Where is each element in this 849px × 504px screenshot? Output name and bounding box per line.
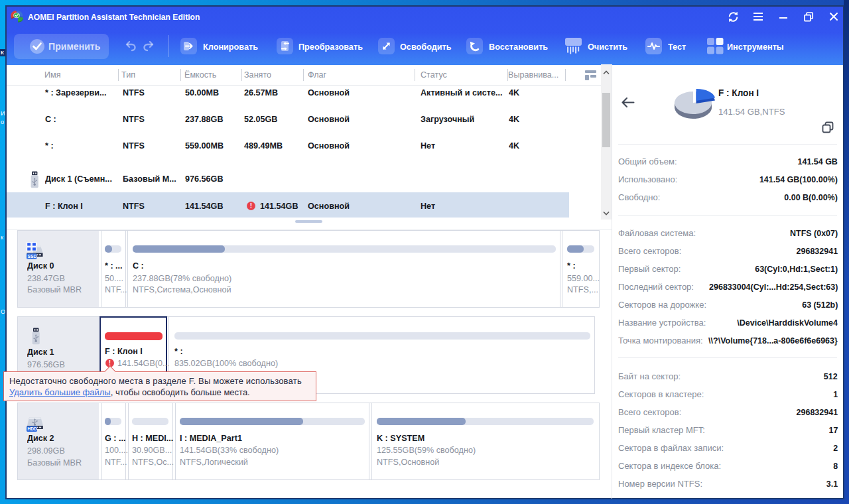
svg-text:HDD: HDD <box>27 426 37 431</box>
svg-text:SSD: SSD <box>28 254 37 259</box>
